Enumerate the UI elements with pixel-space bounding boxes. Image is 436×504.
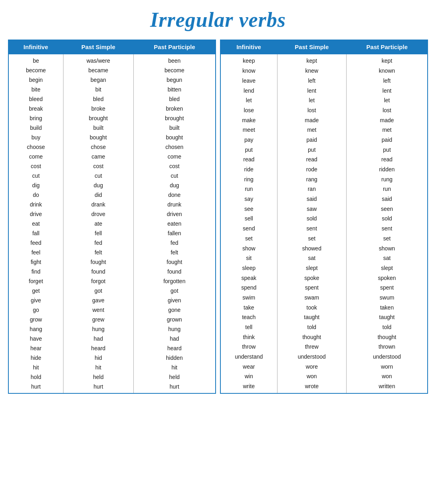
- table-cell: heard: [63, 343, 133, 353]
- table-cell: fall: [8, 228, 63, 238]
- table-cell: met: [277, 125, 347, 135]
- table-row: taketooktaken: [220, 302, 428, 312]
- table-cell: grew: [63, 315, 133, 324]
- table-cell: known: [347, 66, 428, 76]
- table-row: telltoldtold: [220, 322, 428, 332]
- table-row: thinkthoughtthought: [220, 332, 428, 342]
- table-row: understandunderstoodunderstood: [220, 352, 428, 362]
- table-cell: put: [347, 145, 428, 155]
- table-row: breakbrokebroken: [8, 104, 216, 113]
- table-cell: knew: [277, 66, 347, 76]
- table-row: havehadhad: [8, 334, 216, 343]
- table-cell: begun: [133, 75, 216, 85]
- table-cell: wore: [277, 361, 347, 371]
- table-cell: know: [220, 66, 277, 76]
- table-cell: understand: [220, 352, 277, 362]
- table-row: holdheldheld: [8, 372, 216, 382]
- table-cell: feel: [8, 248, 63, 257]
- table-cell: sold: [347, 214, 428, 224]
- table-row: bringbroughtbrought: [8, 113, 216, 123]
- table-cell: drank: [63, 200, 133, 209]
- table-row: spendspentspent: [220, 283, 428, 293]
- table-cell: won: [277, 371, 347, 381]
- table-row: hithithit: [8, 363, 216, 372]
- table-cell: threw: [277, 342, 347, 352]
- table-cell: won: [347, 371, 428, 381]
- table-row: fallfellfallen: [8, 228, 216, 238]
- table-row: feelfeltfelt: [8, 248, 216, 257]
- table-cell: hold: [8, 372, 63, 382]
- table-cell: spent: [277, 283, 347, 293]
- table-cell: read: [277, 155, 347, 165]
- table-cell: grow: [8, 315, 63, 324]
- table-cell: got: [63, 286, 133, 296]
- table-row: winwonwon: [220, 371, 428, 381]
- table-cell: wear: [220, 361, 277, 371]
- table-cell: found: [63, 267, 133, 276]
- table-cell: take: [220, 302, 277, 312]
- table-row: bewas/werebeen: [8, 54, 216, 65]
- right-header-infinitive: Infinitive: [220, 40, 277, 54]
- table-cell: be: [8, 54, 63, 65]
- table-cell: grown: [133, 315, 216, 324]
- table-cell: rung: [347, 174, 428, 184]
- table-row: showshowedshown: [220, 243, 428, 253]
- table-row: givegavegiven: [8, 296, 216, 305]
- table-cell: fought: [133, 257, 216, 267]
- table-cell: begin: [8, 75, 63, 85]
- table-cell: told: [347, 322, 428, 332]
- table-cell: spoke: [277, 273, 347, 283]
- table-cell: leave: [220, 76, 277, 86]
- table-cell: let: [277, 95, 347, 105]
- table-cell: said: [277, 194, 347, 204]
- right-header-past-simple: Past Simple: [277, 40, 347, 54]
- table-cell: was/were: [63, 54, 133, 65]
- table-cell: hit: [8, 363, 63, 372]
- table-cell: slept: [347, 263, 428, 273]
- table-cell: had: [133, 334, 216, 343]
- table-cell: bled: [133, 94, 216, 104]
- table-cell: hide: [8, 353, 63, 363]
- table-cell: write: [220, 381, 277, 393]
- table-cell: cut: [133, 171, 216, 181]
- table-cell: buy: [8, 133, 63, 142]
- table-cell: brought: [63, 113, 133, 123]
- table-cell: sat: [277, 253, 347, 263]
- table-row: meetmetmet: [220, 125, 428, 135]
- table-cell: got: [133, 286, 216, 296]
- table-cell: hurt: [63, 382, 133, 393]
- table-row: feedfedfed: [8, 238, 216, 248]
- table-row: leaveleftleft: [220, 76, 428, 86]
- table-row: setsetset: [220, 234, 428, 244]
- left-table: Infinitive Past Simple Past Participle b…: [8, 40, 216, 394]
- table-cell: feed: [8, 238, 63, 248]
- table-cell: understood: [347, 352, 428, 362]
- table-row: gowentgone: [8, 305, 216, 315]
- table-cell: lost: [347, 105, 428, 115]
- table-cell: forget: [8, 276, 63, 286]
- table-cell: fought: [63, 257, 133, 267]
- table-cell: ring: [220, 174, 277, 184]
- table-cell: set: [220, 234, 277, 244]
- table-cell: taken: [347, 302, 428, 312]
- table-cell: drove: [63, 209, 133, 219]
- table-cell: make: [220, 115, 277, 125]
- table-row: beginbeganbegun: [8, 75, 216, 85]
- table-cell: taught: [277, 312, 347, 322]
- table-cell: sell: [220, 214, 277, 224]
- table-row: putputput: [220, 145, 428, 155]
- table-cell: thought: [277, 332, 347, 342]
- tables-container: Infinitive Past Simple Past Participle b…: [8, 40, 428, 394]
- table-row: hearheardheard: [8, 343, 216, 353]
- table-row: swimswamswum: [220, 293, 428, 303]
- table-cell: felt: [133, 248, 216, 257]
- table-row: hanghunghung: [8, 324, 216, 334]
- table-cell: lose: [220, 105, 277, 115]
- left-header-past-participle: Past Participle: [133, 40, 216, 54]
- table-cell: set: [347, 234, 428, 244]
- table-cell: broke: [63, 104, 133, 113]
- table-row: drivedrovedriven: [8, 209, 216, 219]
- table-cell: sit: [220, 253, 277, 263]
- table-cell: spoken: [347, 273, 428, 283]
- table-row: loselostlost: [220, 105, 428, 115]
